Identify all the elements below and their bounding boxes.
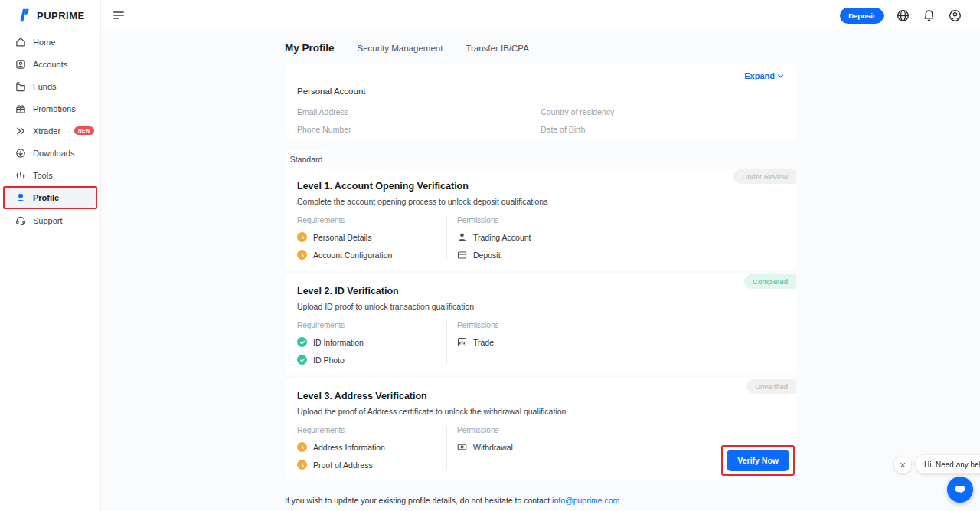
sidebar-item-xtrader[interactable]: Xtrader NEW: [0, 120, 100, 142]
permission-item: Trading Account: [457, 232, 784, 242]
trade-chart-icon: [457, 337, 467, 347]
level-3-description: Upload the proof of Address certificate …: [297, 407, 784, 416]
trading-account-user-icon: [457, 232, 467, 242]
deposit-button[interactable]: Deposit: [840, 8, 884, 24]
chevron-down-icon: [777, 73, 784, 80]
sidebar-item-accounts[interactable]: Accounts: [0, 53, 100, 75]
sidebar-item-label: Profile: [33, 193, 59, 202]
deposit-wallet-icon: [457, 250, 467, 260]
verify-now-button[interactable]: Verify Now: [727, 450, 789, 471]
status-badge: Unverified: [746, 379, 796, 394]
requirement-item: Address Information: [297, 442, 439, 452]
sidebar-item-label: Promotions: [33, 104, 76, 113]
sidebar-item-label: Downloads: [33, 149, 74, 158]
sidebar-item-promotions[interactable]: Promotions: [0, 97, 100, 120]
contact-email-link[interactable]: info@puprime.com: [552, 496, 619, 505]
tab-my-profile[interactable]: My Profile: [285, 42, 335, 54]
puprime-logo-icon: [15, 7, 32, 24]
check-icon: [297, 337, 307, 347]
sidebar-item-funds[interactable]: Funds: [0, 75, 100, 97]
new-badge: NEW: [74, 126, 94, 135]
sidebar-item-label: Tools: [33, 171, 53, 180]
level-1-card: Under Review Level 1. Account Opening Ve…: [285, 169, 796, 270]
withdrawal-banknote-icon: [457, 442, 467, 452]
field-label-email: Email Address: [297, 107, 541, 116]
accounts-icon: [15, 58, 26, 70]
level-1-title: Level 1. Account Opening Verification: [297, 181, 784, 192]
permissions-header: Permissions: [457, 321, 784, 329]
profile-tabs: My Profile Security Management Transfer …: [285, 31, 796, 54]
sidebar: PUPRIME Home Accounts Funds: [0, 0, 101, 511]
requirements-header: Requirements: [297, 426, 439, 434]
chat-greeting-bubble[interactable]: Hi. Need any help?: [916, 455, 980, 473]
requirement-item: Proof of Address: [297, 460, 439, 470]
requirement-label: ID Information: [313, 338, 364, 347]
permission-label: Trading Account: [473, 233, 531, 242]
globe-icon[interactable]: [897, 9, 910, 22]
sidebar-item-support[interactable]: Support: [0, 209, 100, 231]
field-label-phone: Phone Number: [297, 125, 541, 134]
main-area: Deposit My Profile Security Management T…: [101, 0, 980, 511]
close-icon: ✕: [899, 460, 906, 470]
requirement-item: Account Configuration: [297, 250, 439, 260]
sidebar-collapse-icon[interactable]: [113, 9, 124, 21]
level-1-description: Complete the account opening process to …: [297, 197, 784, 206]
page-background: My Profile Security Management Transfer …: [101, 31, 980, 511]
expand-link[interactable]: Expand: [744, 71, 784, 80]
status-badge: Under Review: [733, 169, 796, 184]
requirements-header: Requirements: [297, 321, 439, 329]
sidebar-nav: Home Accounts Funds Promotions: [0, 31, 100, 231]
sidebar-item-label: Funds: [33, 82, 57, 91]
pending-clock-icon: [297, 442, 307, 452]
check-icon: [297, 355, 307, 365]
level-2-title: Level 2. ID Verification: [297, 286, 784, 296]
brand-name: PUPRIME: [37, 10, 85, 21]
requirement-item: ID Information: [297, 337, 439, 347]
tab-standard[interactable]: Standard: [285, 150, 328, 169]
profile-icon: [15, 192, 26, 204]
account-icon[interactable]: [949, 9, 962, 22]
field-label-country: Country of residency: [541, 107, 784, 116]
pending-clock-icon: [297, 250, 307, 260]
sidebar-item-label: Xtrader: [33, 126, 60, 136]
personal-account-title: Personal Account: [297, 87, 784, 96]
requirement-label: Personal Details: [313, 233, 371, 242]
gift-icon: [15, 103, 26, 114]
bell-icon[interactable]: [923, 9, 936, 22]
requirement-item: Personal Details: [297, 232, 439, 242]
sidebar-item-home[interactable]: Home: [0, 31, 100, 53]
chat-close-button[interactable]: ✕: [894, 457, 911, 473]
permission-label: Deposit: [473, 251, 501, 260]
requirement-label: Account Configuration: [313, 251, 392, 260]
requirement-label: ID Photo: [313, 355, 345, 365]
chat-bubble-icon: [953, 483, 967, 496]
pending-clock-icon: [297, 232, 307, 242]
chat-launcher-button[interactable]: [947, 477, 973, 503]
annotation-box-profile: Profile: [3, 186, 97, 209]
sidebar-item-tools[interactable]: Tools: [0, 164, 100, 186]
permissions-header: Permissions: [457, 426, 784, 434]
funds-icon: [15, 80, 26, 92]
sidebar-item-profile[interactable]: Profile: [5, 188, 96, 208]
sidebar-item-label: Accounts: [33, 60, 67, 69]
brand-logo[interactable]: PUPRIME: [0, 0, 100, 31]
tab-transfer-ib-cpa[interactable]: Transfer IB/CPA: [466, 44, 528, 53]
permission-item: Trade: [457, 337, 784, 347]
verification-levels: Standard Under Review Level 1. Account O…: [285, 150, 796, 480]
permission-label: Trade: [473, 338, 494, 347]
expand-label: Expand: [744, 71, 775, 80]
requirement-item: ID Photo: [297, 355, 439, 365]
tab-security-management[interactable]: Security Management: [358, 44, 443, 53]
sidebar-item-label: Home: [33, 38, 55, 47]
permissions-header: Permissions: [457, 216, 784, 224]
personal-account-card: Expand Personal Account Email Address Co…: [285, 64, 796, 140]
level-3-card: Unverified Level 3. Address Verification…: [285, 378, 796, 480]
annotation-box-verify-now: Verify Now: [721, 445, 795, 476]
pending-clock-icon: [297, 460, 307, 470]
level-2-card: Completed Level 2. ID Verification Uploa…: [285, 274, 796, 375]
level-3-title: Level 3. Address Verification: [297, 391, 784, 401]
level-2-description: Upload ID proof to unlock transaction qu…: [297, 302, 784, 311]
requirement-label: Proof of Address: [313, 460, 373, 470]
status-badge: Completed: [744, 274, 796, 289]
sidebar-item-downloads[interactable]: Downloads: [0, 142, 100, 164]
